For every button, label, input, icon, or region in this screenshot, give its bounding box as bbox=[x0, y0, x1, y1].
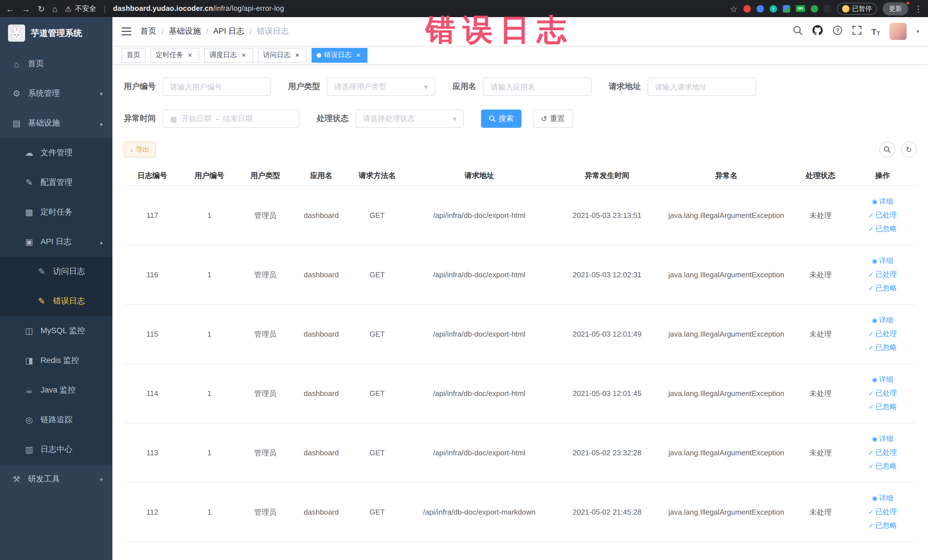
table-row: 1141管理员dashboardGET/api/infra/db-doc/exp… bbox=[124, 364, 917, 423]
tab-close-icon[interactable]: × bbox=[293, 51, 301, 59]
sidebar-item-java-monitor[interactable]: ☕Java 监控 bbox=[0, 375, 112, 405]
extension-on-badge[interactable]: on bbox=[796, 5, 805, 12]
tab-close-icon[interactable]: × bbox=[354, 51, 362, 59]
processed-link[interactable]: ✓已处理 bbox=[868, 329, 897, 339]
paused-label: 已暂停 bbox=[852, 4, 872, 13]
user-type-select[interactable]: 请选择用户类型 ▾ bbox=[327, 78, 435, 96]
search-button[interactable]: 搜索 bbox=[481, 110, 522, 128]
sidebar-item-dev-tools[interactable]: ⚒研发工具▾ bbox=[0, 464, 112, 494]
sidebar-item-scheduled-task[interactable]: ▦定时任务 bbox=[0, 197, 112, 227]
tab-close-icon[interactable]: × bbox=[240, 51, 247, 59]
refresh-table-button[interactable]: ↻ bbox=[901, 142, 917, 157]
extension-icon[interactable] bbox=[810, 5, 818, 12]
date-range-picker[interactable]: ▦ 开始日期 - 结束日期 bbox=[163, 110, 299, 128]
sidebar-item-mysql-monitor[interactable]: ◫MySQL 监控 bbox=[0, 316, 112, 346]
detail-link[interactable]: ◉详细 bbox=[872, 197, 893, 206]
extension-icon[interactable] bbox=[743, 5, 751, 12]
address-bar[interactable]: dashboard.yudao.iocoder.cn/infra/log/api… bbox=[113, 5, 284, 12]
db2-icon: ◨ bbox=[24, 356, 34, 366]
toggle-search-button[interactable] bbox=[879, 142, 895, 157]
sidebar-item-label: 访问日志 bbox=[53, 267, 85, 277]
breadcrumb-link[interactable]: API 日志 bbox=[214, 26, 244, 37]
detail-link[interactable]: ◉详细 bbox=[872, 316, 893, 325]
sidebar-item-error-log[interactable]: ✎错误日志 bbox=[0, 287, 112, 316]
sidebar-item-config-mgmt[interactable]: ✎配置管理 bbox=[0, 168, 112, 197]
ignored-link[interactable]: ✓已忽略 bbox=[868, 462, 897, 471]
tab-close-icon[interactable]: × bbox=[186, 51, 194, 59]
main-area: 首页/基础设施/API 日志/错误日志 ? TT bbox=[112, 17, 928, 560]
tab-home[interactable]: 首页 bbox=[122, 48, 145, 63]
bookmark-star-icon[interactable]: ☆ bbox=[730, 4, 738, 13]
extension-icon[interactable] bbox=[824, 5, 831, 12]
detail-link[interactable]: ◉详细 bbox=[872, 493, 893, 503]
sidebar-item-api-log[interactable]: ▣API 日志▴ bbox=[0, 227, 112, 257]
check-icon: ✓ bbox=[868, 330, 873, 338]
search-icon[interactable] bbox=[793, 25, 803, 37]
sidebar-item-redis-monitor[interactable]: ◨Redis 监控 bbox=[0, 346, 112, 375]
chevron-down-icon[interactable]: ▾ bbox=[917, 29, 919, 34]
ignored-link[interactable]: ✓已忽略 bbox=[868, 284, 897, 293]
sidebar-item-system-mgmt[interactable]: ⚙系统管理▾ bbox=[0, 79, 112, 108]
tab-error-log[interactable]: 错误日志× bbox=[311, 48, 368, 63]
user-id-input[interactable] bbox=[163, 78, 271, 96]
home-icon[interactable]: ⌂ bbox=[52, 4, 57, 13]
detail-link[interactable]: ◉详细 bbox=[872, 375, 893, 385]
reset-button[interactable]: ↺ 重置 bbox=[533, 110, 573, 128]
user-avatar[interactable] bbox=[890, 23, 907, 40]
security-chip[interactable]: ⚠ 不安全 bbox=[65, 4, 96, 14]
ignored-link[interactable]: ✓已忽略 bbox=[868, 224, 897, 234]
processed-link[interactable]: ✓已处理 bbox=[868, 211, 897, 220]
export-button[interactable]: ↓ 导出 bbox=[124, 142, 156, 157]
app-name-input[interactable] bbox=[483, 78, 592, 96]
extension-icon[interactable]: Y bbox=[769, 5, 777, 12]
ignored-link[interactable]: ✓已忽略 bbox=[868, 521, 897, 531]
sidebar-item-access-log[interactable]: ✎访问日志 bbox=[0, 257, 112, 287]
sidebar-item-log-center[interactable]: ▥日志中心 bbox=[0, 435, 112, 464]
sidebar-item-infrastructure[interactable]: ▤基础设施▴ bbox=[0, 108, 112, 138]
ignored-link[interactable]: ✓已忽略 bbox=[868, 402, 897, 412]
detail-link[interactable]: ◉详细 bbox=[872, 434, 893, 444]
processed-link[interactable]: ✓已处理 bbox=[868, 448, 897, 458]
cell-user-type: 管理员 bbox=[238, 448, 293, 458]
process-status-select[interactable]: 请选择处理状态 ▾ bbox=[356, 110, 464, 128]
extension-icon[interactable] bbox=[783, 5, 790, 12]
filter-row-1: 用户编号 用户类型 请选择用户类型 ▾ 应用名 bbox=[124, 78, 917, 96]
eye-icon: ◎ bbox=[24, 415, 34, 425]
sidebar-item-file-mgmt[interactable]: ☁文件管理 bbox=[0, 138, 112, 168]
request-url-input[interactable] bbox=[647, 78, 756, 96]
cell-exception-time: 2021-05-03 12:01:49 bbox=[554, 330, 660, 338]
reload-icon[interactable]: ↻ bbox=[38, 4, 45, 13]
processed-link[interactable]: ✓已处理 bbox=[868, 507, 897, 517]
breadcrumb-link[interactable]: 基础设施 bbox=[169, 26, 201, 37]
processed-link[interactable]: ✓已处理 bbox=[868, 389, 897, 398]
cell-actions: ◉详细✓已处理✓已忽略 bbox=[849, 434, 917, 471]
back-icon[interactable]: ← bbox=[6, 4, 14, 13]
sidebar-item-label: 链路追踪 bbox=[41, 415, 72, 425]
paused-button[interactable]: 已暂停 bbox=[837, 3, 877, 15]
app-logo[interactable]: 芋道管理系统 bbox=[0, 17, 112, 49]
sidebar-item-trace[interactable]: ◎链路追踪 bbox=[0, 405, 112, 435]
active-tab-dot bbox=[317, 53, 321, 57]
forward-icon[interactable]: → bbox=[22, 4, 30, 13]
breadcrumb-link[interactable]: 首页 bbox=[140, 26, 156, 37]
edit-icon: ✎ bbox=[24, 177, 34, 188]
fullscreen-icon[interactable] bbox=[852, 26, 862, 37]
sidebar-item-home[interactable]: ⌂首页 bbox=[0, 49, 112, 79]
processed-link[interactable]: ✓已处理 bbox=[868, 270, 897, 279]
extension-icon[interactable] bbox=[756, 5, 764, 12]
sidebar-item-label: Java 监控 bbox=[41, 385, 76, 395]
update-button[interactable]: 更新 bbox=[883, 2, 908, 15]
font-size-icon[interactable]: TT bbox=[871, 26, 880, 36]
help-icon[interactable]: ? bbox=[832, 25, 843, 38]
hamburger-icon[interactable] bbox=[122, 27, 131, 35]
github-icon[interactable] bbox=[812, 25, 823, 38]
cell-app-name: dashboard bbox=[293, 449, 350, 457]
tab-access-log[interactable]: 访问日志× bbox=[258, 48, 307, 63]
tab-scheduled-task[interactable]: 定时任务× bbox=[151, 48, 199, 63]
eye-icon: ◉ bbox=[872, 198, 877, 205]
tab-schedule-log[interactable]: 调度日志× bbox=[204, 48, 253, 63]
filter-row-2: 异常时间 ▦ 开始日期 - 结束日期 处理状态 请选择处理状态 ▾ bbox=[124, 110, 917, 128]
ignored-link[interactable]: ✓已忽略 bbox=[868, 343, 897, 352]
detail-link[interactable]: ◉详细 bbox=[872, 256, 893, 266]
kebab-menu-icon[interactable]: ⋮ bbox=[914, 4, 923, 13]
